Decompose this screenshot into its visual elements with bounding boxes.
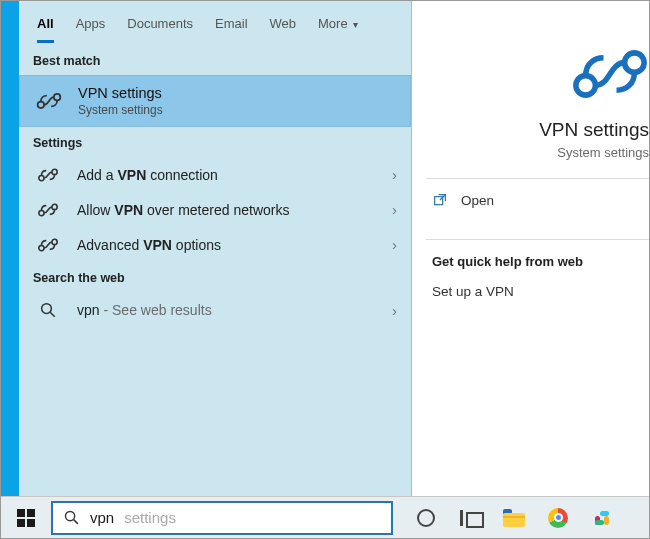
section-settings: Settings	[19, 127, 411, 157]
open-label: Open	[461, 193, 494, 208]
svg-point-10	[576, 76, 596, 96]
best-match-title: VPN settings	[78, 85, 163, 101]
taskbar-search-box[interactable]: vpn settings	[51, 501, 393, 535]
search-autocomplete-text: settings	[124, 509, 176, 526]
svg-point-0	[38, 102, 45, 109]
web-result-label: vpn - See web results	[77, 302, 378, 318]
search-query-text: vpn	[90, 509, 114, 526]
svg-point-7	[52, 239, 57, 244]
svg-point-5	[52, 204, 57, 209]
chrome-button[interactable]	[546, 506, 570, 530]
vpn-icon	[34, 86, 64, 116]
svg-point-3	[52, 169, 57, 174]
vpn-icon	[33, 168, 63, 182]
slack-button[interactable]	[590, 506, 614, 530]
search-icon	[63, 509, 80, 526]
section-best-match: Best match	[19, 45, 411, 75]
svg-point-4	[39, 210, 44, 215]
settings-item-allow-vpn-metered[interactable]: Allow VPN over metered networks ›	[19, 192, 411, 227]
settings-item-add-vpn[interactable]: Add a VPN connection ›	[19, 157, 411, 192]
chevron-right-icon: ›	[392, 302, 397, 319]
settings-item-label: Add a VPN connection	[77, 167, 378, 183]
windows-logo-icon	[17, 509, 35, 527]
best-match-subtitle: System settings	[78, 103, 163, 117]
preview-title: VPN settings	[412, 119, 649, 141]
svg-point-11	[625, 53, 645, 73]
file-explorer-button[interactable]	[502, 506, 526, 530]
vpn-icon	[33, 238, 63, 252]
best-match-result[interactable]: VPN settings System settings	[19, 75, 411, 127]
web-result[interactable]: vpn - See web results ›	[19, 292, 411, 328]
settings-item-label: Allow VPN over metered networks	[77, 202, 378, 218]
tab-documents[interactable]: Documents	[127, 3, 193, 43]
settings-item-label: Advanced VPN options	[77, 237, 378, 253]
cortana-icon	[417, 509, 435, 527]
task-view-button[interactable]	[458, 506, 482, 530]
chevron-right-icon: ›	[392, 236, 397, 253]
svg-line-14	[74, 520, 78, 524]
cortana-button[interactable]	[414, 506, 438, 530]
tab-email[interactable]: Email	[215, 3, 248, 43]
tab-more[interactable]: More	[318, 3, 358, 43]
search-results-panel: All Apps Documents Email Web More Best m…	[19, 1, 411, 496]
svg-point-6	[39, 245, 44, 250]
chevron-right-icon: ›	[392, 201, 397, 218]
vpn-icon	[33, 203, 63, 217]
svg-point-13	[65, 511, 74, 520]
taskbar: vpn settings	[1, 496, 649, 538]
preview-panel: VPN settings System settings Open Get qu…	[411, 1, 649, 496]
start-button[interactable]	[1, 497, 51, 538]
svg-point-1	[54, 94, 61, 101]
slack-icon	[592, 508, 612, 528]
quick-help-heading: Get quick help from web	[412, 240, 649, 277]
svg-point-2	[39, 175, 44, 180]
quick-help-item[interactable]: Set up a VPN	[412, 277, 649, 306]
tab-web[interactable]: Web	[270, 3, 297, 43]
tab-apps[interactable]: Apps	[76, 3, 106, 43]
svg-point-8	[42, 304, 52, 314]
open-button[interactable]: Open	[412, 179, 649, 221]
accent-bar	[1, 1, 19, 496]
settings-item-advanced-vpn[interactable]: Advanced VPN options ›	[19, 227, 411, 262]
section-search-web: Search the web	[19, 262, 411, 292]
chrome-icon	[548, 508, 568, 528]
filter-tabs: All Apps Documents Email Web More	[19, 1, 411, 45]
svg-line-9	[50, 312, 55, 317]
search-icon	[33, 301, 63, 319]
file-explorer-icon	[503, 509, 525, 527]
task-view-icon	[460, 510, 480, 526]
open-icon	[432, 192, 448, 208]
preview-vpn-icon	[412, 47, 649, 101]
tab-all[interactable]: All	[37, 3, 54, 43]
chevron-right-icon: ›	[392, 166, 397, 183]
preview-subtitle: System settings	[412, 145, 649, 160]
